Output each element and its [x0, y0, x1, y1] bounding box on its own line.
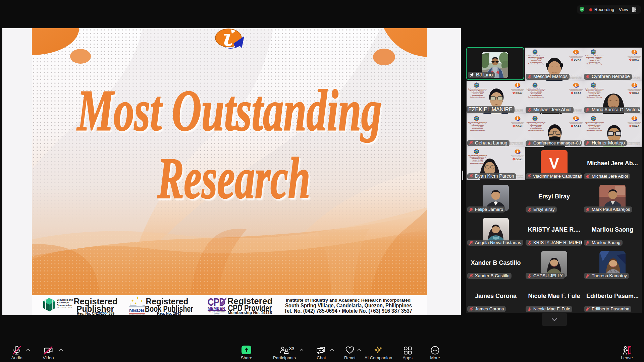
- svg-text:DOAJ: DOAJ: [574, 92, 581, 94]
- svg-text:We help build an academic comm: We help build an academic community: [569, 89, 583, 90]
- svg-text:Northwestern University: Northwestern University: [470, 129, 486, 131]
- svg-text:We help build an academic comm: We help build an academic community: [628, 122, 641, 123]
- svg-text:PHILIPPINES: PHILIPPINES: [57, 307, 73, 308]
- svg-text:Northwestern University: Northwestern University: [528, 129, 544, 131]
- svg-text:DOAJ: DOAJ: [632, 59, 639, 61]
- svg-text:Institute of Industry and Acad: Institute of Industry and Academic Resea…: [286, 298, 411, 303]
- svg-text:Most Outstanding: Most Outstanding: [76, 78, 382, 143]
- svg-text:Northwestern University: Northwestern University: [528, 96, 544, 98]
- svg-text:DOAJ: DOAJ: [516, 92, 523, 94]
- svg-text:MEMBER: MEMBER: [208, 306, 225, 310]
- svg-text:We help build an academic comm: We help build an academic community: [569, 122, 583, 123]
- svg-text:We help build an academic comm: We help build an academic community: [628, 89, 641, 90]
- svg-text:DOAJ: DOAJ: [574, 125, 581, 127]
- svg-text:through research and publicati: through research and publication: [570, 57, 582, 58]
- svg-text:NBDB: NBDB: [129, 308, 145, 313]
- svg-text:through research and publicati: through research and publication: [629, 57, 640, 58]
- svg-text:We help build an academic comm: We help build an academic community: [511, 89, 525, 90]
- svg-text:Northwestern University: Northwestern University: [587, 96, 602, 98]
- svg-text:through research and publicati: through research and publication: [629, 90, 640, 91]
- svg-text:Northwestern University: Northwestern University: [587, 63, 602, 65]
- svg-text:Reg. No. CN202004359: Reg. No. CN202004359: [77, 312, 114, 315]
- svg-text:We help build an academic comm: We help build an academic community: [569, 56, 583, 57]
- svg-text:DOAJ: DOAJ: [516, 125, 523, 127]
- svg-text:DOAJ: DOAJ: [632, 125, 639, 127]
- svg-text:DOAJ: DOAJ: [574, 59, 581, 61]
- svg-text:Northwestern University: Northwestern University: [470, 163, 486, 164]
- svg-text:We help build an academic comm: We help build an academic community: [511, 155, 525, 157]
- svg-text:DOAJ: DOAJ: [632, 92, 639, 94]
- svg-text:Tel. No. (042) 785-0694 • Mobi: Tel. No. (042) 785-0694 • Mobile No. (+6…: [284, 308, 412, 314]
- svg-text:through research and publicati: through research and publication: [512, 123, 523, 124]
- svg-text:through research and publicati: through research and publication: [512, 156, 523, 158]
- svg-text:through research and publicati: through research and publication: [512, 90, 523, 91]
- svg-text:through research and publicati: through research and publication: [570, 123, 582, 124]
- svg-text:Northwestern University: Northwestern University: [470, 96, 486, 98]
- svg-text:Reg. No. 2843: Reg. No. 2843: [157, 312, 181, 315]
- svg-text:South Spring Village, Candelar: South Spring Village, Candelaria, Quezon…: [285, 303, 412, 308]
- svg-text:We help build an academic comm: We help build an academic community: [511, 122, 525, 123]
- svg-text:Northwestern University: Northwestern University: [528, 63, 544, 65]
- svg-text:DOAJ: DOAJ: [516, 158, 523, 161]
- svg-text:NATIONAL BOOK DEVELOPMENT BOAR: NATIONAL BOOK DEVELOPMENT BOARD: [129, 314, 145, 315]
- svg-text:We help build an academic comm: We help build an academic community: [628, 56, 641, 57]
- svg-text:through research and publicati: through research and publication: [629, 123, 640, 124]
- svg-text:Research: Research: [157, 146, 310, 210]
- svg-text:Northwestern University: Northwestern University: [587, 129, 602, 131]
- svg-text:Commission: Commission: [57, 304, 72, 307]
- svg-text:Service: Service: [214, 313, 219, 315]
- svg-text:through research and publicati: through research and publication: [570, 90, 582, 91]
- svg-text:Membership No. 14118: Membership No. 14118: [228, 310, 272, 315]
